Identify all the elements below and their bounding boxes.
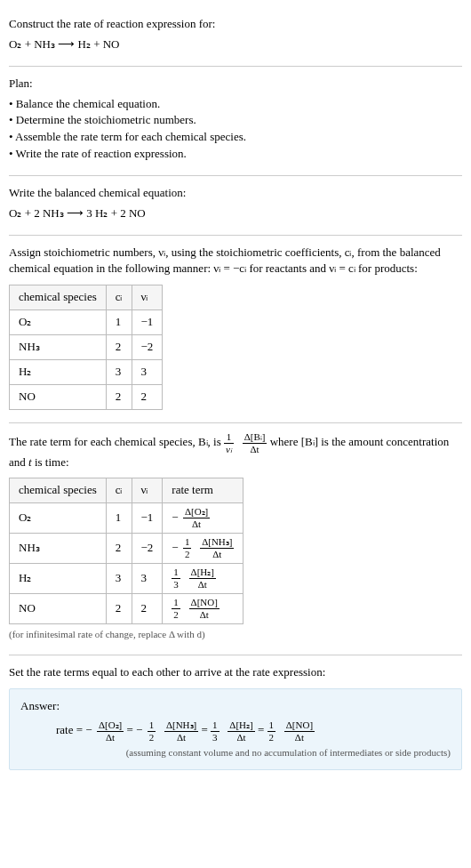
term-2-coef: 1 2 xyxy=(148,720,156,743)
cell-species: O₂ xyxy=(10,310,107,335)
intro-text-c: is time: xyxy=(35,455,69,469)
term-4-coef: 1 2 xyxy=(267,720,276,743)
cell-vi: 2 xyxy=(132,594,163,624)
table-row: H₂ 3 3 1 3 Δ[H₂] Δt xyxy=(10,564,243,594)
cell-rate: − Δ[O₂] Δt xyxy=(163,503,243,534)
col-vi: νᵢ xyxy=(132,285,163,310)
equals-sign: = xyxy=(258,723,267,736)
frac-dBi-dt: Δ[Bᵢ] Δt xyxy=(243,432,267,454)
plan-item: Write the rate of reaction expression. xyxy=(9,146,462,163)
prompt-text: Construct the rate of reaction expressio… xyxy=(9,16,462,33)
cell-rate: − 1 2 Δ[NH₃] Δt xyxy=(163,534,243,564)
plan-section: Plan: Balance the chemical equation. Det… xyxy=(9,67,462,176)
plan-item: Assemble the rate term for each chemical… xyxy=(9,129,462,146)
cell-vi: −2 xyxy=(132,334,163,359)
cell-ci: 2 xyxy=(106,334,132,359)
rate-prefix: rate = xyxy=(56,723,85,736)
term-4: Δ[NO] Δt xyxy=(284,720,315,743)
stoich-intro: Assign stoichiometric numbers, νᵢ, using… xyxy=(9,245,462,278)
col-species: chemical species xyxy=(10,285,107,310)
table-row: NO 2 2 xyxy=(10,384,163,409)
cell-species: H₂ xyxy=(10,564,107,594)
col-rate: rate term xyxy=(163,478,243,503)
plan-item: Balance the chemical equation. xyxy=(9,96,462,113)
cell-rate: 1 2 Δ[NO] Δt xyxy=(163,594,243,624)
assumption-note: (assuming constant volume and no accumul… xyxy=(20,746,451,760)
balanced-section: Write the balanced chemical equation: O₂… xyxy=(9,176,462,236)
plan-title: Plan: xyxy=(9,76,462,92)
answer-box: Answer: rate = − Δ[O₂] Δt = − 1 2 Δ[NH₃]… xyxy=(9,688,462,770)
cell-species: NH₃ xyxy=(10,534,107,564)
col-ci: cᵢ xyxy=(106,478,132,503)
rate-coef: 1 2 xyxy=(183,537,192,559)
cell-species: NO xyxy=(10,594,107,624)
cell-species: NO xyxy=(10,384,107,409)
frac-1-over-nu: 1 νᵢ xyxy=(224,432,234,454)
cell-ci: 1 xyxy=(106,503,132,534)
plan-item: Determine the stoichiometric numbers. xyxy=(9,112,462,129)
cell-ci: 3 xyxy=(106,564,132,594)
prompt-section: Construct the rate of reaction expressio… xyxy=(9,7,462,67)
rateterm-section: The rate term for each chemical species,… xyxy=(9,423,462,656)
cell-ci: 3 xyxy=(106,359,132,384)
table-header-row: chemical species cᵢ νᵢ rate term xyxy=(10,478,243,503)
table-header-row: chemical species cᵢ νᵢ xyxy=(10,285,163,310)
col-ci: cᵢ xyxy=(106,285,132,310)
table-row: NO 2 2 1 2 Δ[NO] Δt xyxy=(10,594,243,624)
rateterm-footnote: (for infinitesimal rate of change, repla… xyxy=(9,628,462,642)
table-row: NH₃ 2 −2 − 1 2 Δ[NH₃] Δt xyxy=(10,534,243,564)
cell-vi: −1 xyxy=(132,503,163,534)
table-row: NH₃ 2 −2 xyxy=(10,334,163,359)
final-section: Set the rate terms equal to each other t… xyxy=(9,655,462,783)
cell-ci: 2 xyxy=(106,384,132,409)
plan-list: Balance the chemical equation. Determine… xyxy=(9,96,462,163)
cell-vi: −1 xyxy=(132,310,163,335)
rateterm-table: chemical species cᵢ νᵢ rate term O₂ 1 −1… xyxy=(9,478,243,624)
balanced-title: Write the balanced chemical equation: xyxy=(9,185,462,202)
cell-vi: 3 xyxy=(132,564,163,594)
cell-species: NH₃ xyxy=(10,334,107,359)
table-row: O₂ 1 −1 xyxy=(10,310,163,335)
cell-ci: 2 xyxy=(106,594,132,624)
cell-species: H₂ xyxy=(10,359,107,384)
term-2: Δ[NH₃] Δt xyxy=(164,720,198,743)
table-row: O₂ 1 −1 − Δ[O₂] Δt xyxy=(10,503,243,534)
cell-ci: 2 xyxy=(106,534,132,564)
cell-species: O₂ xyxy=(10,503,107,534)
balanced-equation: O₂ + 2 NH₃ ⟶ 3 H₂ + 2 NO xyxy=(9,205,462,222)
unbalanced-equation: O₂ + NH₃ ⟶ H₂ + NO xyxy=(9,36,462,53)
cell-rate: 1 3 Δ[H₂] Δt xyxy=(163,564,243,594)
rate-frac: Δ[H₂] Δt xyxy=(189,567,216,590)
setequal-text: Set the rate terms equal to each other t… xyxy=(9,664,462,681)
equals-sign: = xyxy=(127,723,137,736)
equals-sign: = xyxy=(201,723,211,736)
rate-frac: Δ[O₂] Δt xyxy=(183,507,210,529)
stoich-table: chemical species cᵢ νᵢ O₂ 1 −1 NH₃ 2 −2 … xyxy=(9,285,163,409)
col-vi: νᵢ xyxy=(132,478,163,503)
intro-text-a: The rate term for each chemical species,… xyxy=(9,435,224,448)
rate-expression: rate = − Δ[O₂] Δt = − 1 2 Δ[NH₃] Δt = 1 … xyxy=(56,720,451,743)
col-species: chemical species xyxy=(10,478,107,503)
cell-ci: 1 xyxy=(106,310,132,335)
rate-coef: 1 2 xyxy=(172,598,180,620)
rateterm-intro: The rate term for each chemical species,… xyxy=(9,432,462,471)
rate-frac: Δ[NO] Δt xyxy=(189,598,220,620)
cell-vi: −2 xyxy=(132,534,163,564)
table-row: H₂ 3 3 xyxy=(10,359,163,384)
term-1: Δ[O₂] Δt xyxy=(97,720,124,743)
rate-coef: 1 3 xyxy=(172,567,180,590)
term-3: Δ[H₂] Δt xyxy=(228,720,254,743)
term-3-coef: 1 3 xyxy=(211,720,220,743)
rate-frac: Δ[NH₃] Δt xyxy=(200,537,234,559)
cell-vi: 3 xyxy=(132,359,163,384)
t-var: t xyxy=(28,455,32,469)
cell-vi: 2 xyxy=(132,384,163,409)
answer-label: Answer: xyxy=(20,698,451,715)
stoich-section: Assign stoichiometric numbers, νᵢ, using… xyxy=(9,236,462,423)
